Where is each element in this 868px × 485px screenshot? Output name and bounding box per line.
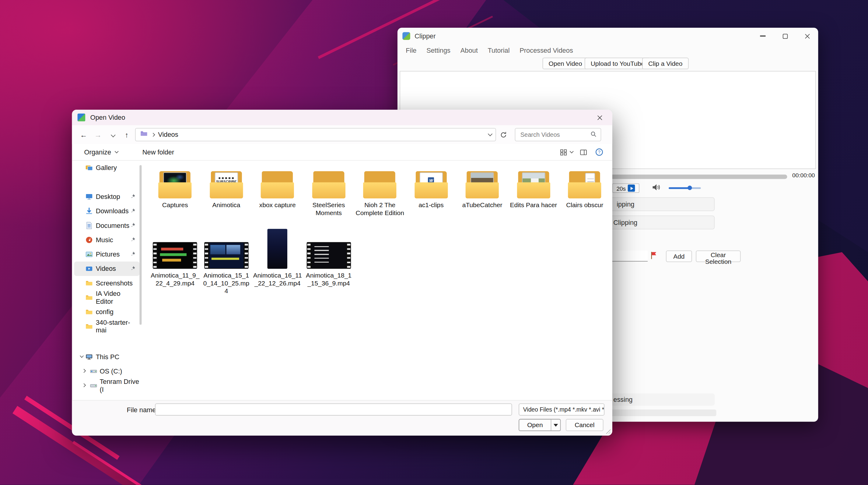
folder-name: SteelSeries Moments [304,201,353,217]
cancel-button[interactable]: Cancel [566,419,603,431]
chevron-down-icon[interactable] [80,354,84,358]
close-button[interactable] [796,28,818,45]
folder-tile-atubecatcher[interactable]: aTubeCatcher [457,171,508,218]
folder-name: Nioh 2 The Complete Edition [355,201,404,217]
sidebar-item-label: OS (C:) [99,367,122,375]
dialog-close-button[interactable] [587,110,612,125]
sidebar-scrollbar[interactable] [140,165,142,325]
sidebar-item-tenram-drive[interactable]: Tenram Drive (I [74,378,140,393]
menu-item-about[interactable]: About [455,47,483,54]
sidebar-item-label: Documents [96,222,129,229]
breadcrumb[interactable]: Videos [158,131,178,138]
clip-length-box[interactable]: 20s [612,183,640,193]
folder-tile-captures[interactable]: Captures [149,171,200,218]
sidebar-item-ia-video-editor[interactable]: IA Video Editor [74,290,140,305]
window-controls [752,28,818,45]
minimize-button[interactable] [752,28,774,45]
open-split-arrow-button[interactable] [551,419,561,431]
view-options-button[interactable] [559,148,572,156]
up-button[interactable]: ↑ [120,128,134,141]
sidebar-item-documents[interactable]: Documents [74,219,140,233]
folder-tile-animotica[interactable]: SUBSCRIBE Animotica [200,171,252,218]
drive-icon [90,382,97,389]
volume-slider[interactable] [669,188,701,189]
menu-item-processed-videos[interactable]: Processed Videos [515,47,578,54]
dialog-titlebar[interactable]: Open Video [72,110,612,125]
dropdown-arrow-icon [554,424,558,427]
new-folder-button[interactable]: New folder [139,148,178,156]
close-icon [804,33,810,39]
file-tile[interactable]: Animotica_11_9_22_4_29.mp4 [149,228,200,295]
add-button[interactable]: Add [666,250,692,262]
sidebar-item-pictures[interactable]: Pictures [74,247,140,261]
dialog-body: Gallery Desktop Downloads Documents [72,161,612,400]
svg-text:?: ? [598,150,600,154]
search-input[interactable] [519,131,590,138]
forward-button[interactable]: → [91,128,105,141]
menu-item-tutorial[interactable]: Tutorial [483,47,515,54]
organize-menu[interactable]: Organize [81,148,121,156]
folder-tile-xbox-capture[interactable]: xbox capture [252,171,303,218]
sidebar-item-music[interactable]: Music [74,233,140,247]
folder-tile-edits-para-hacer[interactable]: Edits Para hacer [508,171,559,218]
marker-input[interactable] [608,250,648,261]
command-bar: Organize New folder ? [72,144,612,161]
volume-thumb[interactable] [687,186,692,190]
timecode: 00:00:00 [792,172,815,178]
folder-tile-steelseries[interactable]: SteelSeries Moments [303,171,354,218]
file-tile[interactable]: Animotica_18_1_15_36_9.mp4 [303,228,354,295]
play-chip-icon[interactable] [628,184,635,192]
menu-item-settings[interactable]: Settings [422,47,456,54]
drive-icon [90,367,97,375]
sidebar: Gallery Desktop Downloads Documents [72,161,142,400]
clear-selection-button[interactable]: Clear Selection [696,250,741,262]
recent-locations-button[interactable] [105,128,120,141]
clipper-menubar: File Settings About Tutorial Processed V… [398,45,818,57]
speaker-icon[interactable] [652,183,662,191]
address-bar[interactable]: Videos [135,128,496,141]
clip-a-video-button[interactable]: Clip a Video [642,58,688,69]
sidebar-item-screenshots[interactable]: Screenshots [74,276,140,290]
file-type-select[interactable]: Video Files (*.mp4 *.mkv *.avi *. [519,403,604,416]
folder-tile-ac1-clips[interactable]: W ac1-clips [405,171,457,218]
sidebar-item-os-c[interactable]: OS (C:) [74,364,140,378]
address-dropdown-icon[interactable] [488,132,492,136]
folder-tile-clairs-obscur[interactable]: Clairs obscur [559,171,610,218]
sidebar-item-340-starter[interactable]: 340-starter-mai [74,319,140,334]
sidebar-item-downloads[interactable]: Downloads [74,204,140,218]
chevron-right-icon[interactable] [82,383,86,387]
preview-pane-button[interactable] [580,148,587,156]
dialog-app-icon [78,114,85,121]
help-button[interactable]: ? [595,148,603,156]
stop-clipping-button[interactable]: Clipping [608,216,715,229]
address-folder-icon [140,130,148,140]
menu-item-file[interactable]: File [401,47,422,54]
this-pc-icon [85,353,93,361]
sidebar-item-config[interactable]: config [74,305,140,319]
folder-icon [85,308,93,316]
chevron-right-icon[interactable] [82,369,86,373]
sidebar-item-label: 340-starter-mai [96,319,140,334]
file-tile[interactable]: Animotica_16_11_22_12_26.mp4 [252,228,303,295]
open-button[interactable]: Open [519,419,551,431]
dialog-footer: File name: Video Files (*.mp4 *.mkv *.av… [72,400,612,435]
folder-icon [465,171,499,198]
clipper-titlebar[interactable]: Clipper [398,28,818,45]
start-clipping-button[interactable]: ipping [608,197,715,211]
upload-to-youtube-button[interactable]: Upload to YouTube [585,58,651,69]
dialog-title: Open Video [90,114,125,121]
sidebar-item-gallery[interactable]: Gallery [74,161,140,175]
resize-grip[interactable] [605,428,611,434]
folder-tile-nioh2[interactable]: Nioh 2 The Complete Edition [354,171,405,218]
sidebar-item-videos[interactable]: Videos [74,262,140,276]
sidebar-item-label: Pictures [96,250,120,258]
sidebar-item-desktop[interactable]: Desktop [74,190,140,204]
refresh-button[interactable] [496,128,510,141]
maximize-icon [782,33,787,38]
maximize-button[interactable] [774,28,796,45]
file-name-input[interactable] [155,403,512,416]
open-video-button[interactable]: Open Video [542,58,588,69]
back-button[interactable]: ← [76,128,91,141]
sidebar-item-this-pc[interactable]: This PC [74,350,140,364]
file-tile[interactable]: Animotica_15_10_14_10_25.mp4 [200,228,252,295]
